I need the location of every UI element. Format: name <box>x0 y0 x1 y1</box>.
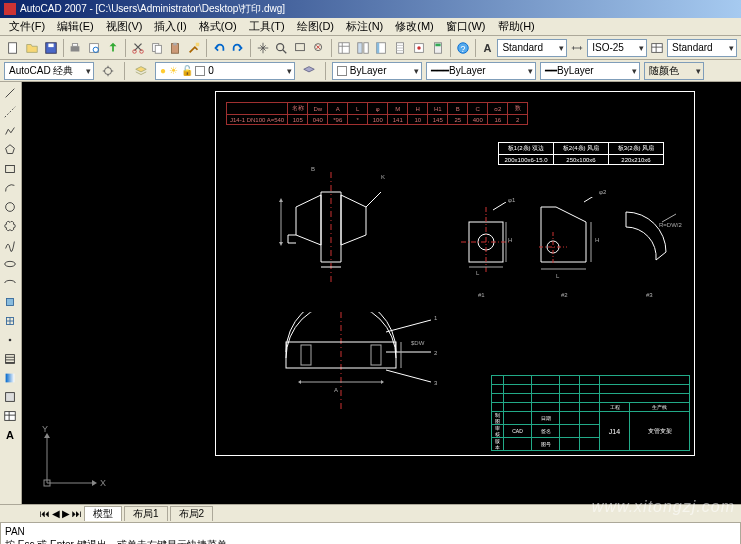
tab-model[interactable]: 模型 <box>84 506 122 521</box>
help-icon[interactable]: ? <box>454 38 472 58</box>
parameter-table: 名称DwA LφM HH1B Cσ2数 J14-1 DN100 A=540 10… <box>226 102 528 125</box>
textstyle-combo[interactable]: Standard <box>497 39 567 57</box>
insert-block-icon[interactable] <box>1 293 19 311</box>
drawing-canvas[interactable]: 名称DwA LφM HH1B Cσ2数 J14-1 DN100 A=540 10… <box>22 82 741 504</box>
svg-point-36 <box>9 339 12 342</box>
separator <box>63 39 64 57</box>
line-icon[interactable] <box>1 84 19 102</box>
zoom-window-icon[interactable] <box>291 38 309 58</box>
workspace-combo[interactable]: AutoCAD 经典 <box>4 62 94 80</box>
textstyle-a-icon[interactable]: A <box>479 38 497 58</box>
plotstyle-combo[interactable]: 随颜色 <box>644 62 704 80</box>
calc-icon[interactable] <box>429 38 447 58</box>
linetype-combo[interactable]: ━━━ ByLayer <box>426 62 536 80</box>
cmd-line1: PAN <box>5 525 736 538</box>
workspace-settings-icon[interactable] <box>98 61 118 81</box>
designcenter-icon[interactable] <box>354 38 372 58</box>
menu-edit[interactable]: 编辑(E) <box>52 19 99 34</box>
ellipse-arc-icon[interactable] <box>1 274 19 292</box>
label-l2: L <box>556 273 559 279</box>
match-icon[interactable] <box>185 38 203 58</box>
xline-icon[interactable] <box>1 103 19 121</box>
tab-layout2[interactable]: 布局2 <box>170 506 214 521</box>
cut-icon[interactable] <box>129 38 147 58</box>
svg-rect-38 <box>6 374 15 383</box>
tab-nav-first-icon[interactable]: ⏮ <box>40 508 50 519</box>
hatch-icon[interactable] <box>1 350 19 368</box>
copy-icon[interactable] <box>148 38 166 58</box>
layer-previous-icon[interactable] <box>299 61 319 81</box>
tablestyle-combo[interactable]: Standard <box>667 39 737 57</box>
tab-nav-next-icon[interactable]: ▶ <box>62 508 70 519</box>
markup-icon[interactable] <box>410 38 428 58</box>
point-icon[interactable] <box>1 331 19 349</box>
arc-icon[interactable] <box>1 179 19 197</box>
svg-point-30 <box>105 67 112 74</box>
menu-help[interactable]: 帮助(H) <box>493 19 540 34</box>
undo-icon[interactable] <box>210 38 228 58</box>
menu-draw[interactable]: 绘图(D) <box>292 19 339 34</box>
save-icon[interactable] <box>42 38 60 58</box>
svg-rect-29 <box>652 43 663 52</box>
print-preview-icon[interactable] <box>85 38 103 58</box>
tablestyle-icon[interactable] <box>648 38 666 58</box>
publish-icon[interactable] <box>104 38 122 58</box>
menu-window[interactable]: 窗口(W) <box>441 19 491 34</box>
region-icon[interactable] <box>1 388 19 406</box>
pan-icon[interactable] <box>254 38 272 58</box>
svg-text:X: X <box>100 478 106 488</box>
table-icon[interactable] <box>1 407 19 425</box>
zoom-icon[interactable] <box>272 38 290 58</box>
menu-tools[interactable]: 工具(T) <box>244 19 290 34</box>
print-icon[interactable] <box>66 38 84 58</box>
zoom-prev-icon[interactable] <box>310 38 328 58</box>
menu-view[interactable]: 视图(V) <box>101 19 148 34</box>
spline-icon[interactable] <box>1 236 19 254</box>
revcloud-icon[interactable] <box>1 217 19 235</box>
sheetset-icon[interactable] <box>391 38 409 58</box>
tab-layout1[interactable]: 布局1 <box>124 506 168 521</box>
tab-nav-last-icon[interactable]: ⏭ <box>72 508 82 519</box>
layer-icon[interactable] <box>131 61 151 81</box>
svg-rect-60 <box>301 345 311 365</box>
cmd-line2: 按 Esc 或 Enter 键退出，或单击右键显示快捷菜单。 <box>5 538 736 544</box>
ucs-icon: X Y <box>32 418 112 498</box>
polygon-icon[interactable] <box>1 141 19 159</box>
tab-nav-prev-icon[interactable]: ◀ <box>52 508 60 519</box>
properties-icon[interactable] <box>335 38 353 58</box>
gradient-icon[interactable] <box>1 369 19 387</box>
layer-combo[interactable]: ● ☀ 🔓 0 <box>155 62 295 80</box>
menu-modify[interactable]: 修改(M) <box>390 19 439 34</box>
lineweight-combo[interactable]: ━━ ByLayer <box>540 62 640 80</box>
make-block-icon[interactable] <box>1 312 19 330</box>
ellipse-icon[interactable] <box>1 255 19 273</box>
rectangle-icon[interactable] <box>1 160 19 178</box>
separator <box>331 39 332 57</box>
menu-file[interactable]: 文件(F) <box>4 19 50 34</box>
menu-insert[interactable]: 插入(I) <box>149 19 191 34</box>
command-line[interactable]: PAN 按 Esc 或 Enter 键退出，或单击右键显示快捷菜单。 <box>0 522 741 544</box>
polyline-icon[interactable] <box>1 122 19 140</box>
svg-rect-15 <box>296 43 305 50</box>
layer-sun-icon: ☀ <box>169 65 178 76</box>
dimstyle-combo[interactable]: ISO-25 <box>587 39 647 57</box>
label-3: 3 <box>434 380 437 386</box>
menu-dimension[interactable]: 标注(N) <box>341 19 388 34</box>
svg-rect-4 <box>73 43 78 46</box>
paste-icon[interactable] <box>167 38 185 58</box>
new-icon[interactable] <box>4 38 22 58</box>
circle-icon[interactable] <box>1 198 19 216</box>
menu-bar[interactable]: 文件(F) 编辑(E) 视图(V) 插入(I) 格式(O) 工具(T) 绘图(D… <box>0 18 741 36</box>
svg-point-32 <box>6 203 15 212</box>
color-combo[interactable]: ByLayer <box>332 62 422 80</box>
toolpalette-icon[interactable] <box>373 38 391 58</box>
redo-icon[interactable] <box>229 38 247 58</box>
svg-rect-18 <box>357 42 361 53</box>
layer-lock-icon: 🔓 <box>181 65 193 76</box>
menu-format[interactable]: 格式(O) <box>194 19 242 34</box>
dimstyle-icon[interactable] <box>568 38 586 58</box>
label-r: R=DW/2 <box>659 222 682 228</box>
mtext-icon[interactable]: A <box>1 426 19 444</box>
separator <box>206 39 207 57</box>
open-icon[interactable] <box>23 38 41 58</box>
